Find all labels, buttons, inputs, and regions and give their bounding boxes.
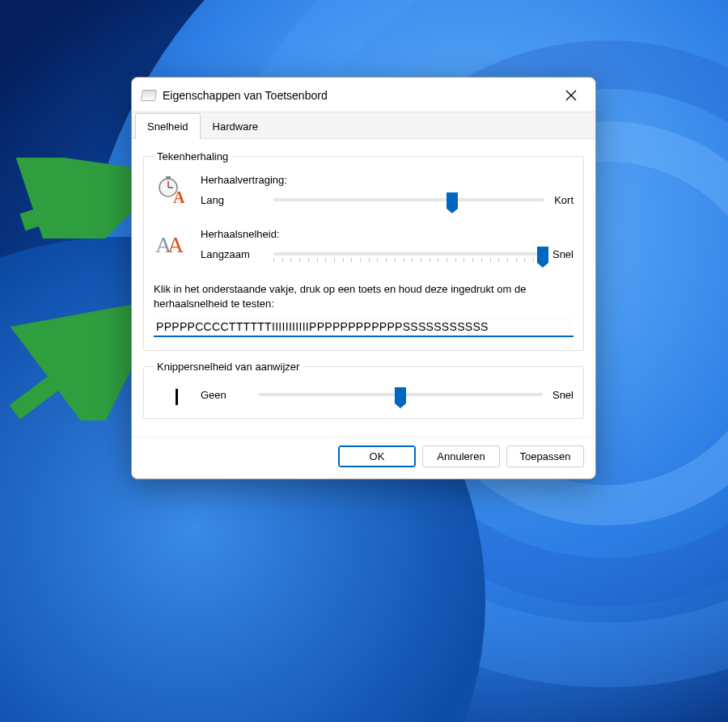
titlebar: Eigenschappen van Toetsenbord [132, 78, 595, 112]
repeat-delay-slider[interactable] [273, 191, 544, 209]
dialog-button-bar: OK Annuleren Toepassen [132, 437, 595, 479]
window-title: Eigenschappen van Toetsenbord [163, 89, 548, 102]
tab-speed[interactable]: Snelheid [135, 113, 201, 139]
cursor-blink-preview [176, 389, 178, 405]
group-cursor-blink: Knippersnelheid van aanwijzer Geen Snel [143, 361, 584, 419]
tab-label: Hardware [213, 120, 258, 133]
keyboard-icon [141, 90, 157, 101]
repeat-rate-min: Langzaam [201, 248, 264, 260]
blink-max: Snel [552, 389, 574, 401]
row-repeat-rate: A A Herhaalsnelheid: Langzaam Snel [154, 228, 574, 263]
button-label: Annuleren [437, 450, 485, 462]
svg-text:A: A [167, 232, 184, 257]
tabstrip: Snelheid Hardware [132, 112, 595, 138]
double-a-icon: A A [155, 230, 188, 259]
test-instructions: Klik in het onderstaande vakje, druk op … [154, 282, 574, 310]
row-repeat-delay: A Herhaalvertraging: Lang Kort [154, 174, 574, 209]
cursor-blink-slider[interactable] [259, 386, 543, 403]
repeat-delay-min: Lang [201, 194, 264, 206]
tab-panel-speed: Tekenherhaling A Herhaalvertraging: Lan [132, 138, 595, 437]
close-icon [565, 90, 577, 101]
apply-button[interactable]: Toepassen [506, 445, 584, 467]
svg-text:A: A [173, 188, 185, 205]
tab-label: Snelheid [147, 120, 188, 133]
group-legend: Tekenherhaling [154, 150, 231, 163]
blink-min: Geen [201, 389, 249, 401]
repeat-delay-max: Kort [554, 194, 574, 206]
group-legend: Knippersnelheid van aanwijzer [154, 361, 303, 373]
repeat-rate-label: Herhaalsnelheid: [201, 228, 574, 240]
keyboard-properties-dialog: Eigenschappen van Toetsenbord Snelheid H… [131, 77, 596, 479]
cancel-button[interactable]: Annuleren [422, 445, 500, 467]
repeat-delay-label: Herhaalvertraging: [201, 174, 574, 186]
ok-button[interactable]: OK [338, 445, 416, 467]
stopwatch-a-icon: A [155, 175, 188, 205]
repeat-test-input[interactable] [154, 317, 574, 337]
repeat-rate-max: Snel [552, 248, 574, 260]
row-test: Klik in het onderstaande vakje, druk op … [154, 282, 574, 337]
close-button[interactable] [555, 84, 587, 107]
group-character-repeat: Tekenherhaling A Herhaalvertraging: Lan [143, 150, 584, 351]
button-label: OK [370, 450, 385, 462]
tab-hardware[interactable]: Hardware [201, 113, 270, 139]
button-label: Toepassen [520, 450, 571, 462]
repeat-rate-slider[interactable] [273, 245, 543, 263]
svg-rect-5 [166, 176, 171, 179]
